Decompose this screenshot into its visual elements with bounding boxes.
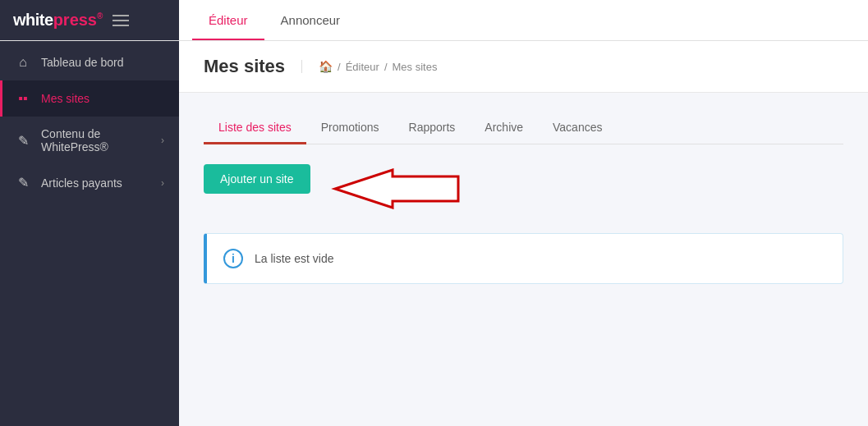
svg-marker-0	[335, 170, 458, 208]
add-site-button[interactable]: Ajouter un site	[204, 164, 310, 194]
sidebar: ⌂ Tableau de bord ▪▪ Mes sites ✎ Contenu…	[0, 41, 179, 426]
top-nav: whitepress® Éditeur Annonceur	[0, 0, 868, 41]
grid-icon: ▪▪	[15, 91, 31, 106]
edit-icon-contenu: ✎	[15, 133, 31, 149]
active-bar	[0, 80, 2, 117]
tab-liste-des-sites[interactable]: Liste des sites	[204, 112, 306, 144]
sidebar-label-contenu: Contenu de WhitePress®	[41, 127, 151, 153]
breadcrumb-sep2: /	[384, 61, 388, 73]
tab-editeur[interactable]: Éditeur	[192, 2, 264, 40]
breadcrumb-mes-sites: Mes sites	[393, 61, 438, 73]
chevron-right-icon-articles: ›	[161, 177, 164, 189]
content-area: Mes sites 🏠 / Éditeur / Mes sites Liste …	[179, 41, 868, 426]
add-button-row: Ajouter un site	[204, 164, 843, 213]
tab-bar: Liste des sites Promotions Rapports Arch…	[204, 112, 843, 144]
tab-vacances[interactable]: Vacances	[538, 112, 617, 144]
tab-promotions[interactable]: Promotions	[306, 112, 394, 144]
main-layout: ⌂ Tableau de bord ▪▪ Mes sites ✎ Contenu…	[0, 41, 868, 426]
tab-archive[interactable]: Archive	[470, 112, 538, 144]
info-icon: i	[223, 249, 243, 268]
page-header: Mes sites 🏠 / Éditeur / Mes sites	[179, 41, 868, 93]
page-title: Mes sites	[204, 56, 285, 77]
sidebar-item-articles[interactable]: ✎ Articles payants ›	[0, 164, 179, 201]
breadcrumb-sep1: /	[338, 61, 341, 73]
sidebar-label-tableau: Tableau de bord	[41, 56, 123, 69]
logo-white: white	[13, 11, 53, 30]
sidebar-label-mes-sites: Mes sites	[41, 92, 90, 105]
empty-list-message: i La liste est vide	[204, 233, 843, 284]
logo-reg: ®	[97, 11, 103, 21]
sidebar-item-mes-sites[interactable]: ▪▪ Mes sites	[0, 80, 179, 117]
tab-annonceur[interactable]: Annonceur	[264, 2, 357, 40]
content-body: Liste des sites Promotions Rapports Arch…	[179, 93, 868, 426]
tab-rapports[interactable]: Rapports	[394, 112, 471, 144]
chevron-right-icon: ›	[161, 135, 164, 146]
home-icon: ⌂	[15, 55, 31, 70]
hamburger-menu[interactable]	[113, 15, 129, 26]
empty-list-text: La liste est vide	[255, 252, 334, 265]
top-tabs: Éditeur Annonceur	[179, 0, 370, 40]
sidebar-label-articles: Articles payants	[41, 176, 122, 190]
breadcrumb: 🏠 / Éditeur / Mes sites	[301, 60, 437, 73]
edit-icon-articles: ✎	[15, 175, 31, 190]
logo-area: whitepress®	[0, 0, 179, 40]
sidebar-item-tableau-de-bord[interactable]: ⌂ Tableau de bord	[0, 44, 179, 80]
logo-pink: press®	[53, 11, 103, 30]
arrow-annotation	[319, 168, 466, 209]
breadcrumb-home-icon: 🏠	[319, 60, 333, 73]
breadcrumb-editeur[interactable]: Éditeur	[346, 61, 379, 73]
sidebar-item-contenu[interactable]: ✎ Contenu de WhitePress® ›	[0, 117, 179, 164]
